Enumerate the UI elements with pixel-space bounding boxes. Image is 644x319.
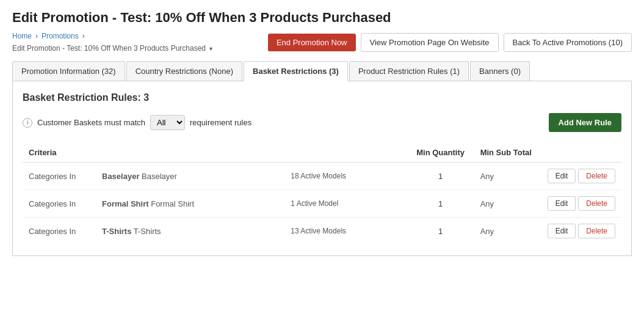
col-header-blank2: [284, 143, 407, 163]
tab-banners[interactable]: Banners (0): [470, 61, 530, 81]
row1-actions: Edit Delete: [541, 163, 621, 190]
col-header-minsub: Min Sub Total: [474, 143, 541, 163]
row1-min-qty: 1: [407, 163, 474, 190]
row1-min-sub: Any: [474, 163, 541, 190]
row1-criteria: Categories In: [23, 163, 96, 190]
row1-active-models: 18 Active Models: [284, 163, 407, 190]
table-row: Categories In T-Shirts T-Shirts 13 Activ…: [23, 218, 621, 245]
add-new-rule-button[interactable]: Add New Rule: [549, 113, 621, 132]
breadcrumb-chevron-icon: ▾: [209, 45, 212, 52]
row1-category: Baselayer Baselayer: [96, 163, 284, 190]
row2-delete-button[interactable]: Delete: [578, 196, 615, 211]
row3-min-qty: 1: [407, 218, 474, 245]
col-header-criteria: Criteria: [23, 143, 96, 163]
row3-min-sub: Any: [474, 218, 541, 245]
page-title: Edit Promotion - Test: 10% Off When 3 Pr…: [12, 10, 632, 26]
row1-delete-button[interactable]: Delete: [578, 169, 615, 183]
filter-prefix: Customer Baskets must match: [37, 118, 145, 127]
row2-min-qty: 1: [407, 190, 474, 218]
row3-delete-button[interactable]: Delete: [578, 224, 615, 238]
filter-suffix: requirement rules: [190, 118, 251, 127]
row3-actions: Edit Delete: [541, 218, 621, 245]
breadcrumb-sep1: ›: [35, 32, 38, 40]
row3-category: T-Shirts T-Shirts: [96, 218, 284, 245]
tab-promotion-information[interactable]: Promotion Information (32): [12, 61, 125, 81]
breadcrumb-promotions[interactable]: Promotions: [42, 32, 79, 40]
view-website-button[interactable]: View Promotion Page On Website: [361, 33, 499, 52]
row2-edit-button[interactable]: Edit: [548, 196, 576, 211]
tab-product-restriction-rules[interactable]: Product Restriction Rules (1): [349, 61, 469, 81]
row2-actions: Edit Delete: [541, 190, 621, 218]
col-header-actions: [541, 143, 621, 163]
tab-country-restrictions[interactable]: Country Restrictions (None): [126, 61, 242, 81]
breadcrumb-sep2: ›: [82, 32, 85, 40]
match-select[interactable]: All Any: [150, 115, 185, 130]
table-row: Categories In Formal Shirt Formal Shirt …: [23, 190, 621, 218]
col-header-minqty: Min Quantity: [407, 143, 474, 163]
row1-edit-button[interactable]: Edit: [548, 169, 576, 183]
row3-criteria: Categories In: [23, 218, 96, 245]
table-row: Categories In Baselayer Baselayer 18 Act…: [23, 163, 621, 190]
breadcrumb-current: Edit Promotion - Test: 10% Off When 3 Pr…: [12, 44, 206, 53]
breadcrumb-home[interactable]: Home: [12, 32, 32, 40]
end-promotion-button[interactable]: End Promotion Now: [268, 34, 356, 51]
row2-active-models: 1 Active Model: [284, 190, 407, 218]
row3-edit-button[interactable]: Edit: [548, 224, 576, 238]
section-title: Basket Restriction Rules: 3: [23, 92, 621, 103]
tab-basket-restrictions[interactable]: Basket Restrictions (3): [244, 61, 348, 81]
info-icon: i: [23, 118, 32, 128]
row2-criteria: Categories In: [23, 190, 96, 218]
row3-active-models: 13 Active Models: [284, 218, 407, 245]
row2-min-sub: Any: [474, 190, 541, 218]
back-active-button[interactable]: Back To Active Promotions (10): [504, 33, 632, 52]
col-header-blank1: [96, 143, 284, 163]
row2-category: Formal Shirt Formal Shirt: [96, 190, 284, 218]
